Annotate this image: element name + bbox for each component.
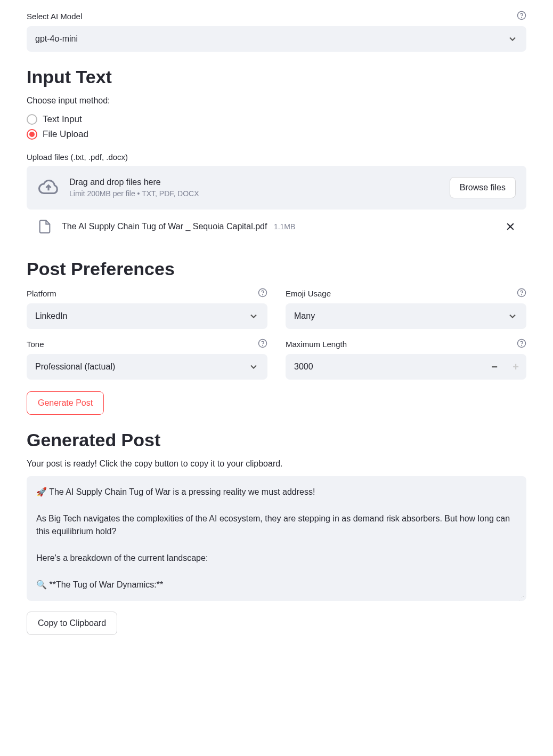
radio-circle-selected bbox=[27, 129, 37, 140]
copy-to-clipboard-button[interactable]: Copy to Clipboard bbox=[27, 612, 117, 635]
emoji-select[interactable]: Many bbox=[286, 303, 526, 329]
help-icon[interactable] bbox=[258, 288, 267, 299]
platform-value: LinkedIn bbox=[35, 311, 68, 321]
platform-label: Platform bbox=[27, 289, 56, 298]
upload-dropzone[interactable]: Drag and drop files here Limit 200MB per… bbox=[27, 166, 526, 210]
help-icon[interactable] bbox=[258, 339, 267, 350]
svg-point-5 bbox=[263, 294, 263, 295]
emoji-value: Many bbox=[294, 311, 315, 321]
chevron-down-icon bbox=[507, 34, 518, 44]
chevron-down-icon bbox=[248, 311, 259, 321]
input-method-radio-group: Text Input File Upload bbox=[27, 112, 526, 142]
generated-post-text: 🚀 The AI Supply Chain Tug of War is a pr… bbox=[36, 486, 517, 591]
radio-label-text: Text Input bbox=[43, 114, 82, 125]
upload-files-label: Upload files (.txt, .pdf, .docx) bbox=[27, 152, 526, 162]
help-icon[interactable] bbox=[517, 339, 526, 350]
model-select[interactable]: gpt-4o-mini bbox=[27, 26, 526, 52]
radio-label-file: File Upload bbox=[43, 129, 88, 140]
help-icon[interactable] bbox=[517, 11, 526, 22]
stepper-decrement[interactable]: − bbox=[484, 354, 505, 380]
radio-dot bbox=[29, 132, 35, 137]
max-length-label: Maximum Length bbox=[286, 340, 347, 349]
max-length-stepper[interactable]: − + bbox=[286, 354, 526, 380]
uploaded-file-name: The AI Supply Chain Tug of War _ Sequoia… bbox=[62, 222, 267, 231]
input-method-label: Choose input method: bbox=[27, 96, 526, 106]
post-ready-text: Your post is ready! Click the copy butto… bbox=[27, 459, 526, 469]
max-length-input[interactable] bbox=[286, 355, 484, 379]
browse-files-button[interactable]: Browse files bbox=[450, 177, 516, 198]
stepper-increment[interactable]: + bbox=[505, 354, 526, 380]
dropzone-subtitle: Limit 200MB per file • TXT, PDF, DOCX bbox=[69, 189, 440, 198]
radio-circle-unselected bbox=[27, 114, 37, 125]
chevron-down-icon bbox=[507, 311, 518, 321]
model-select-value: gpt-4o-mini bbox=[35, 34, 78, 44]
remove-file-icon[interactable] bbox=[505, 221, 516, 232]
platform-select[interactable]: LinkedIn bbox=[27, 303, 267, 329]
model-select-label: Select AI Model bbox=[27, 12, 82, 21]
svg-point-1 bbox=[522, 17, 522, 18]
tone-label: Tone bbox=[27, 340, 44, 349]
radio-file-upload[interactable]: File Upload bbox=[27, 127, 526, 142]
uploaded-file-row: The AI Supply Chain Tug of War _ Sequoia… bbox=[27, 210, 526, 244]
generated-post-output[interactable]: 🚀 The AI Supply Chain Tug of War is a pr… bbox=[27, 476, 526, 601]
tone-select[interactable]: Professional (factual) bbox=[27, 354, 267, 380]
post-preferences-heading: Post Preferences bbox=[27, 259, 526, 279]
radio-text-input[interactable]: Text Input bbox=[27, 112, 526, 127]
file-icon bbox=[37, 219, 52, 234]
uploaded-file-size: 1.1MB bbox=[274, 222, 295, 231]
emoji-label: Emoji Usage bbox=[286, 289, 331, 298]
help-icon[interactable] bbox=[517, 288, 526, 299]
resize-handle-icon[interactable]: ⋰ bbox=[518, 597, 524, 600]
cloud-upload-icon bbox=[37, 176, 60, 199]
input-text-heading: Input Text bbox=[27, 67, 526, 87]
svg-point-7 bbox=[522, 294, 522, 295]
chevron-down-icon bbox=[248, 361, 259, 372]
tone-value: Professional (factual) bbox=[35, 362, 115, 372]
dropzone-title: Drag and drop files here bbox=[69, 178, 440, 187]
svg-point-9 bbox=[263, 345, 263, 345]
generate-post-button[interactable]: Generate Post bbox=[27, 391, 104, 415]
generated-post-heading: Generated Post bbox=[27, 430, 526, 451]
svg-point-11 bbox=[522, 345, 522, 345]
